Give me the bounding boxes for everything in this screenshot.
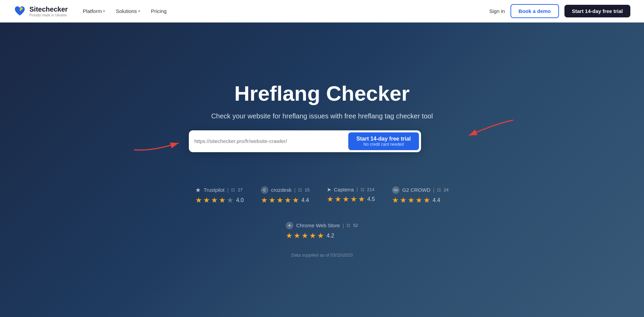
chrome-review-icon: ⊡ xyxy=(347,223,350,228)
cta-main-text: Start 14-day free trial xyxy=(356,136,411,142)
logo-text: Sitechecker Proudly made in Ukraine xyxy=(29,5,68,17)
g2crowd-review-icon: ⊡ xyxy=(437,187,441,192)
chrome-count: 52 xyxy=(353,223,358,228)
cta-sub-text: No credit card needed xyxy=(363,142,404,147)
rating-trustpilot: ★ Trustpilot | ⊡ 27 ★ ★ ★ ★ ★ 4.0 xyxy=(195,186,243,205)
right-arrow xyxy=(462,117,517,144)
trustpilot-icon: ★ xyxy=(195,186,201,194)
start-trial-button[interactable]: Start 14-day free trial xyxy=(564,5,630,17)
trustpilot-name: Trustpilot xyxy=(204,187,224,193)
hero-title: Hreflang Checker xyxy=(234,82,409,105)
logo-tagline: Proudly made in Ukraine xyxy=(29,13,68,17)
crozdesk-name: crozdesk xyxy=(271,187,292,193)
cta-button[interactable]: Start 14-day free trial No credit card n… xyxy=(348,132,419,150)
nav-right: Sign in Book a demo Start 14-day free tr… xyxy=(489,4,630,18)
chevron-down-icon: ▾ xyxy=(138,9,140,13)
ratings-section: ★ Trustpilot | ⊡ 27 ★ ★ ★ ★ ★ 4.0 xyxy=(168,186,476,240)
sign-in-link[interactable]: Sign in xyxy=(489,8,505,14)
crozdesk-stars: ★ ★ ★ ★ ★ 4.4 xyxy=(261,196,309,205)
capterra-score: 4.5 xyxy=(367,196,375,202)
nav-solutions[interactable]: Solutions ▾ xyxy=(112,5,144,17)
url-input[interactable] xyxy=(194,138,348,144)
chrome-name: Chrome Web Store xyxy=(296,222,340,228)
hero-subtitle: Check your website for hreflang issues w… xyxy=(211,112,433,120)
rating-capterra: ➤ Capterra | ⊡ 214 ★ ★ ★ ★ ★ 4.5 xyxy=(327,186,375,204)
capterra-count: 214 xyxy=(367,187,375,192)
crozdesk-count: 15 xyxy=(305,187,309,192)
book-demo-button[interactable]: Book a demo xyxy=(510,4,559,18)
hero-content: Hreflang Checker Check your website for … xyxy=(168,82,476,257)
logo-icon xyxy=(14,5,26,17)
crozdesk-icon: C xyxy=(261,186,268,194)
nav-platform[interactable]: Platform ▾ xyxy=(79,5,109,17)
logo-name: Sitechecker xyxy=(29,5,68,13)
search-box: Start 14-day free trial No credit card n… xyxy=(189,130,421,152)
chrome-stars: ★ ★ ★ ★ ★ 4.2 xyxy=(286,231,334,240)
data-note: Data supplied as of 03/15/2023 xyxy=(291,253,353,258)
chrome-score: 4.2 xyxy=(326,233,334,239)
chrome-icon: ⊕ xyxy=(286,222,293,229)
chevron-down-icon: ▾ xyxy=(103,9,105,13)
crozdesk-score: 4.4 xyxy=(302,197,309,203)
crozdesk-review-icon: ⊡ xyxy=(298,187,302,192)
capterra-stars: ★ ★ ★ ★ ★ 4.5 xyxy=(327,195,375,204)
rating-crozdesk: C crozdesk | ⊡ 15 ★ ★ ★ ★ ★ 4.4 xyxy=(261,186,310,205)
search-area: Start 14-day free trial No credit card n… xyxy=(189,127,455,152)
g2crowd-name: G2 CROWD xyxy=(402,187,431,193)
logo[interactable]: Sitechecker Proudly made in Ukraine xyxy=(14,5,68,17)
nav-links: Platform ▾ Solutions ▾ Pricing xyxy=(79,5,170,17)
g2crowd-count: 24 xyxy=(444,187,448,192)
hero-section: Hreflang Checker Check your website for … xyxy=(0,23,644,317)
capterra-name: Capterra xyxy=(334,187,354,192)
trustpilot-score: 4.0 xyxy=(236,197,243,203)
navbar: Sitechecker Proudly made in Ukraine Plat… xyxy=(0,0,644,23)
nav-pricing[interactable]: Pricing xyxy=(147,5,171,17)
g2crowd-stars: ★ ★ ★ ★ ★ 4.4 xyxy=(392,196,440,205)
rating-g2crowd: G2 G2 CROWD | ⊡ 24 ★ ★ ★ ★ ★ 4.4 xyxy=(392,186,449,205)
left-arrow xyxy=(131,133,185,153)
trustpilot-review-icon: ⊡ xyxy=(231,187,235,192)
nav-left: Sitechecker Proudly made in Ukraine Plat… xyxy=(14,5,171,17)
g2crowd-icon: G2 xyxy=(392,186,400,194)
capterra-review-icon: ⊡ xyxy=(361,187,364,192)
capterra-icon: ➤ xyxy=(327,186,331,193)
rating-chrome: ⊕ Chrome Web Store | ⊡ 52 ★ ★ ★ ★ ★ 4.2 xyxy=(286,222,358,240)
trustpilot-stars: ★ ★ ★ ★ ★ 4.0 xyxy=(195,196,243,205)
trustpilot-count: 27 xyxy=(238,187,242,192)
g2crowd-score: 4.4 xyxy=(433,197,440,203)
